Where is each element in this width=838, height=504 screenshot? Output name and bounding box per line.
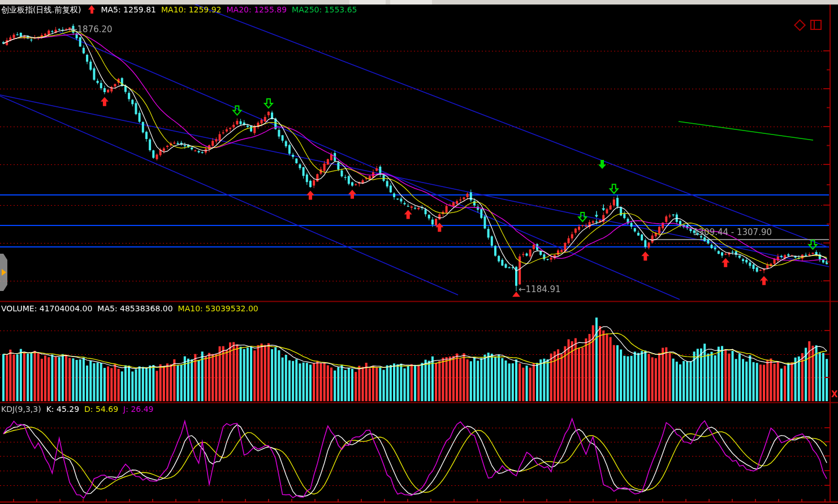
window-top-toolbar-edge: [0, 0, 838, 5]
ma20-value: MA20: 1255.89: [227, 5, 287, 14]
close-indicator-icon[interactable]: X: [831, 389, 838, 399]
up-arrow-icon: [88, 5, 96, 14]
kdj-params: KDJ(9,3,3): [1, 405, 41, 414]
sidebar-expand-handle[interactable]: [0, 254, 7, 291]
price-range-label: 1309.44 - 1307.90: [693, 227, 772, 237]
ma10-value: MA10: 1259.92: [161, 5, 222, 14]
trading-app-window: 创业板指(日线.前复权)MA5: 1259.81MA10: 1259.92MA2…: [0, 0, 838, 504]
ma5-value: MA5: 1259.81: [101, 5, 156, 14]
volume-ma10-value: MA10: 53039532.00: [178, 304, 258, 313]
pointer-left-icon: ←: [70, 24, 77, 34]
volume-header: VOLUME: 41704004.00MA5: 48538368.00MA10:…: [1, 304, 264, 313]
volume-ma5-value: MA5: 48538368.00: [97, 304, 172, 313]
low-price-label: ←1184.91: [519, 284, 561, 294]
pointer-left-icon: ←: [519, 284, 526, 294]
main-chart-header: 创业板指(日线.前复权)MA5: 1259.81MA10: 1259.92MA2…: [1, 5, 362, 15]
kdj-d-value: D: 54.69: [84, 405, 118, 414]
expand-arrow-icon: [2, 269, 6, 276]
kdj-j-value: J: 26.49: [123, 405, 153, 414]
ma250-value: MA250: 1553.65: [292, 5, 357, 14]
split-window-icon[interactable]: [810, 20, 822, 30]
toolbar-fragment: [349, 0, 386, 5]
chart-canvas[interactable]: [0, 0, 838, 504]
kdj-header: KDJ(9,3,3)K: 45.29D: 54.69J: 26.49: [1, 405, 158, 414]
toolbar-fragment: [390, 0, 432, 5]
volume-value: VOLUME: 41704004.00: [1, 304, 92, 313]
high-price-label: ←1876.20: [70, 24, 113, 34]
kdj-k-value: K: 45.29: [46, 405, 79, 414]
instrument-title: 创业板指(日线.前复权): [1, 5, 81, 14]
